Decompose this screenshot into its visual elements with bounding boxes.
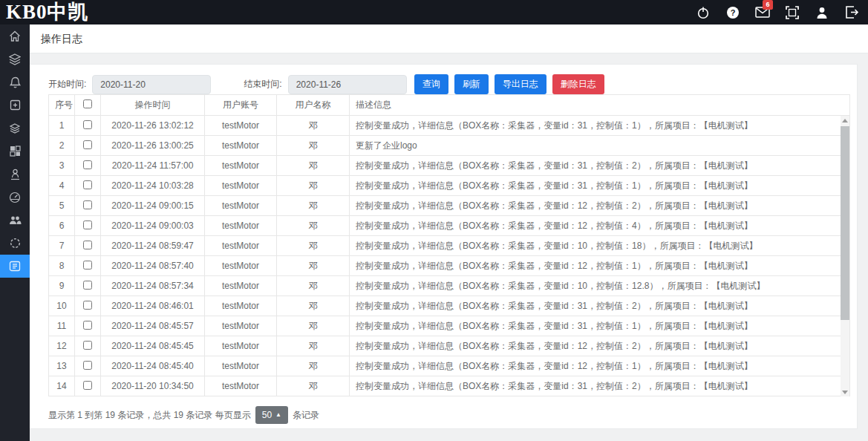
sidebar-item-gauge[interactable] [0, 186, 30, 209]
row-checkbox[interactable] [83, 220, 92, 229]
header-account: 用户账号 [205, 95, 277, 116]
sidebar-item-stack[interactable] [0, 117, 30, 140]
cell-name: 邓 [277, 296, 350, 316]
table-row[interactable]: 13 2020-11-24 08:45:40 testMotor 邓 控制变量成… [49, 356, 850, 376]
table-row[interactable]: 4 2020-11-24 10:03:28 testMotor 邓 控制变量成功… [49, 176, 850, 196]
cell-no: 10 [49, 296, 75, 316]
cell-name: 邓 [277, 276, 350, 296]
fullscreen-icon[interactable] [777, 0, 807, 24]
cell-no: 8 [49, 256, 75, 276]
cell-account: testMotor [205, 376, 277, 396]
row-checkbox[interactable] [83, 361, 92, 370]
row-checkbox[interactable] [83, 120, 92, 129]
sidebar-item-layers[interactable] [0, 48, 30, 71]
table-row[interactable]: 14 2020-11-20 10:34:50 testMotor 邓 控制变量成… [49, 376, 850, 396]
main-content: 操作日志 开始时间: 结束时间: 查询 刷新 导出日志 删除日志 [30, 24, 868, 441]
scrollbar-down-arrow[interactable] [841, 388, 849, 396]
cell-no: 6 [49, 216, 75, 236]
sidebar [0, 24, 30, 441]
cell-time: 2020-11-24 08:59:47 [101, 236, 205, 256]
log-table-container: 序号 操作时间 用户账号 用户名称 描述信息 1 2020-11-26 13:0… [48, 94, 850, 397]
end-time-input[interactable] [288, 75, 407, 94]
sidebar-item-user-pin[interactable] [0, 163, 30, 186]
row-checkbox[interactable] [83, 160, 92, 169]
row-checkbox[interactable] [83, 261, 92, 270]
sidebar-item-bell[interactable] [0, 71, 30, 94]
cell-desc: 更新了企业logo [350, 136, 850, 156]
row-checkbox[interactable] [83, 301, 92, 310]
cell-checkbox [75, 196, 101, 216]
delete-log-button[interactable]: 删除日志 [552, 74, 604, 94]
cell-name: 邓 [277, 176, 350, 196]
cell-account: testMotor [205, 216, 277, 236]
table-row[interactable]: 2 2020-11-26 13:00:25 testMotor 邓 更新了企业l… [49, 136, 850, 156]
cell-checkbox [75, 136, 101, 156]
table-row[interactable]: 6 2020-11-24 09:00:03 testMotor 邓 控制变量成功… [49, 216, 850, 236]
help-icon[interactable]: ? [718, 0, 748, 24]
search-button[interactable]: 查询 [414, 74, 448, 94]
cell-checkbox [75, 156, 101, 176]
row-checkbox[interactable] [83, 140, 92, 149]
table-header-row: 序号 操作时间 用户账号 用户名称 描述信息 [49, 95, 850, 116]
pagination-suffix: 条记录 [293, 409, 319, 422]
power-icon[interactable] [688, 0, 718, 24]
table-row[interactable]: 11 2020-11-24 08:45:57 testMotor 邓 控制变量成… [49, 316, 850, 336]
table-row[interactable]: 8 2020-11-24 08:57:40 testMotor 邓 控制变量成功… [49, 256, 850, 276]
cell-name: 邓 [277, 116, 350, 136]
cell-no: 13 [49, 356, 75, 376]
sidebar-item-sync[interactable] [0, 232, 30, 255]
row-checkbox[interactable] [83, 341, 92, 350]
cell-desc: 控制变量成功，详细信息（BOX名称：采集器，变量id：31，控制值：1），所属项… [350, 316, 850, 336]
cell-name: 邓 [277, 256, 350, 276]
cell-account: testMotor [205, 116, 277, 136]
end-time-label: 结束时间: [244, 78, 281, 91]
table-row[interactable]: 10 2020-11-24 08:46:01 testMotor 邓 控制变量成… [49, 296, 850, 316]
start-time-input[interactable] [92, 75, 211, 94]
logout-icon[interactable] [837, 0, 867, 24]
refresh-button[interactable]: 刷新 [454, 74, 489, 94]
row-checkbox[interactable] [83, 180, 92, 189]
row-checkbox[interactable] [83, 321, 92, 330]
table-row[interactable]: 9 2020-11-24 08:57:34 testMotor 邓 控制变量成功… [49, 276, 850, 296]
sidebar-item-grid[interactable] [0, 140, 30, 163]
cell-time: 2020-11-24 09:00:03 [101, 216, 205, 236]
cell-time: 2020-11-24 08:45:45 [101, 336, 205, 356]
scrollbar-up-arrow[interactable] [841, 116, 849, 125]
export-log-button[interactable]: 导出日志 [495, 74, 546, 94]
cell-no: 3 [49, 156, 75, 176]
cell-account: testMotor [205, 256, 277, 276]
row-checkbox[interactable] [83, 241, 92, 249]
table-row[interactable]: 3 2020-11-24 11:57:00 testMotor 邓 控制变量成功… [49, 156, 850, 176]
cell-desc: 控制变量成功，详细信息（BOX名称：采集器，变量id：31，控制值：1），所属项… [350, 116, 850, 136]
row-checkbox[interactable] [83, 381, 92, 390]
sidebar-item-users[interactable] [0, 209, 30, 232]
cell-time: 2020-11-24 08:57:40 [101, 256, 205, 276]
cell-desc: 控制变量成功，详细信息（BOX名称：采集器，变量id：10，控制值：12.8），… [350, 276, 850, 296]
page-size-value: 50 [262, 410, 272, 420]
cell-time: 2020-11-24 11:57:00 [101, 156, 205, 176]
sidebar-item-add-window[interactable] [0, 94, 30, 117]
cell-name: 邓 [277, 336, 350, 356]
row-checkbox[interactable] [83, 200, 92, 209]
select-all-checkbox[interactable] [83, 99, 92, 108]
sidebar-item-operation-log[interactable] [0, 255, 30, 278]
cell-no: 14 [49, 376, 75, 396]
cell-desc: 控制变量成功，详细信息（BOX名称：采集器，变量id：12，控制值：1），所属项… [350, 256, 850, 276]
sidebar-item-home[interactable] [0, 24, 30, 48]
mail-icon[interactable]: 6 [748, 0, 777, 24]
cell-time: 2020-11-24 08:45:40 [101, 356, 205, 376]
cell-time: 2020-11-26 13:00:25 [101, 136, 205, 156]
row-checkbox[interactable] [83, 281, 92, 290]
table-row[interactable]: 12 2020-11-24 08:45:45 testMotor 邓 控制变量成… [49, 336, 850, 356]
cell-time: 2020-11-20 10:34:50 [101, 376, 205, 396]
page-size-select[interactable]: 50 ▲ [255, 406, 288, 424]
table-row[interactable]: 1 2020-11-26 13:02:12 testMotor 邓 控制变量成功… [49, 116, 850, 136]
table-row[interactable]: 7 2020-11-24 08:59:47 testMotor 邓 控制变量成功… [49, 236, 850, 256]
user-icon[interactable] [807, 0, 837, 24]
table-scrollbar[interactable] [841, 116, 849, 396]
cell-account: testMotor [205, 296, 277, 316]
header-select-all [75, 95, 101, 116]
table-row[interactable]: 5 2020-11-24 09:00:15 testMotor 邓 控制变量成功… [49, 196, 850, 216]
cell-time: 2020-11-24 08:45:57 [101, 316, 205, 336]
scrollbar-thumb[interactable] [841, 126, 849, 320]
